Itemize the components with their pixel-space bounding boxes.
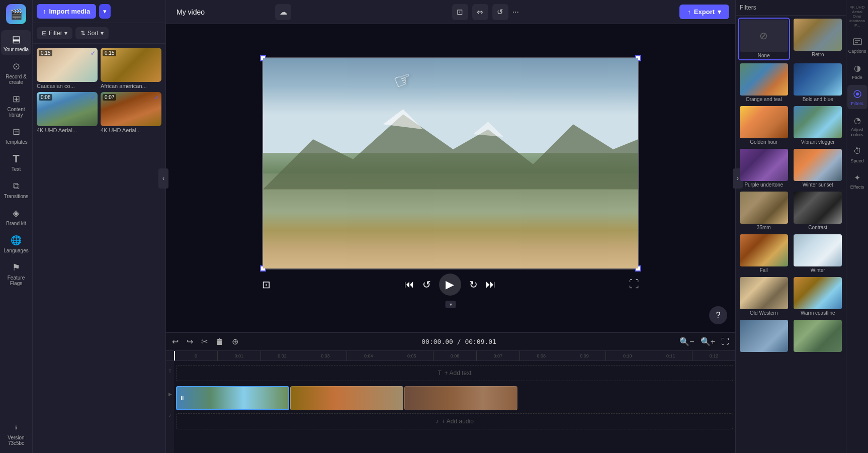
fit-timeline-button[interactable]: ⛶	[719, 335, 731, 348]
text-icon: T	[10, 153, 22, 165]
more-tools-button[interactable]: ···	[512, 8, 519, 17]
tool-effects[interactable]: ✦ Effects	[847, 168, 867, 193]
filter-label-fall: Fall	[760, 267, 768, 273]
video-clip-2[interactable]	[290, 386, 403, 410]
filter-none[interactable]: ⊘ None	[738, 18, 790, 60]
zoom-in-button[interactable]: 🔍+	[699, 335, 717, 348]
undo-button[interactable]: ↩	[170, 335, 181, 348]
media-thumb-aerial1[interactable]: 0:08 ✓	[37, 92, 98, 126]
filter-golden-hour[interactable]: Golden hour	[738, 105, 790, 146]
filter-extra2[interactable]	[792, 319, 844, 354]
filters-panel: Filters ⊘ None Retro Orange and teal Bol…	[735, 0, 846, 453]
filters-icon	[851, 88, 863, 100]
feature-flags-icon: ⚑	[10, 261, 22, 274]
filters-title: Filters	[740, 4, 756, 11]
filters-grid: ⊘ None Retro Orange and teal Bold and bl…	[736, 16, 846, 356]
filter-extra1[interactable]	[738, 319, 790, 354]
collapse-left-panel-button[interactable]: ‹	[158, 168, 168, 189]
video-frame[interactable]: ☞	[262, 57, 639, 269]
import-dropdown-button[interactable]: ▾	[99, 4, 111, 19]
sidebar-item-your-media[interactable]: ▤ Your media	[1, 30, 31, 55]
rotate-button[interactable]: ↺	[492, 4, 508, 20]
tool-fade[interactable]: ◑ Fade	[847, 59, 867, 83]
cut-button[interactable]: ✂	[199, 335, 210, 348]
tool-adjust-colors[interactable]: ◔ Adjust colors	[847, 111, 867, 140]
filter-fall[interactable]: Fall	[738, 233, 790, 274]
sort-button[interactable]: ⇅ Sort ▾	[75, 27, 109, 39]
sidebar-item-templates[interactable]: ⊟ Templates	[1, 123, 31, 148]
filter-35mm[interactable]: 35mm	[738, 191, 790, 231]
video-frame-container: 16:9	[262, 57, 639, 300]
play-pause-button[interactable]: ▶	[439, 274, 461, 296]
media-item-african[interactable]: 0:15 African american...	[101, 48, 161, 89]
media-thumb-african[interactable]: 0:15	[101, 48, 161, 82]
filter-contrast[interactable]: Contrast	[792, 191, 844, 231]
sidebar-item-languages[interactable]: 🌐 Languages	[1, 231, 31, 256]
ruler-mark-11: 0:11	[649, 351, 692, 360]
crop-button[interactable]: ⊡	[452, 4, 468, 20]
help-button[interactable]: ?	[709, 306, 727, 324]
filter-warm-coastline[interactable]: Warm coastline	[792, 276, 844, 317]
add-audio-button[interactable]: ♪ + Add audio	[176, 413, 733, 429]
tool-captions[interactable]: Captions	[847, 33, 867, 57]
sidebar-item-content-library[interactable]: ⊞ Content library	[1, 90, 31, 121]
sidebar-item-label: Your media	[4, 47, 29, 52]
filter-orange-teal[interactable]: Orange and teal	[738, 62, 790, 103]
filters-label: Filters	[851, 101, 863, 106]
filter-winter-sunset[interactable]: Winter sunset	[792, 148, 844, 189]
filter-label: Filter	[49, 30, 62, 37]
sidebar-item-label: Transitions	[4, 194, 29, 199]
tool-speed[interactable]: ⏱ Speed	[847, 142, 867, 166]
sidebar-item-feature-flags[interactable]: ⚑ Feature Flags	[1, 258, 31, 289]
skip-back-button[interactable]: ⏮	[404, 279, 414, 290]
media-item-aerial2[interactable]: 0:07 ✓ 4K UHD Aerial...	[101, 92, 161, 133]
fullscreen-button[interactable]: ⛶	[629, 279, 639, 290]
flip-button[interactable]: ⇔	[472, 4, 488, 20]
media-thumb-aerial2[interactable]: 0:07 ✓	[101, 92, 161, 126]
project-title-input[interactable]	[172, 6, 269, 19]
cloud-save-button[interactable]: ☁	[275, 4, 291, 20]
filter-bold-blue[interactable]: Bold and blue	[792, 62, 844, 103]
filter-winter[interactable]: Winter	[792, 233, 844, 274]
skip-forward-button[interactable]: ⏭	[486, 279, 496, 290]
ruler-mark-4: 0:04	[346, 351, 390, 360]
filter-retro[interactable]: Retro	[792, 18, 844, 60]
export-button[interactable]: ↑ Export ▾	[679, 5, 729, 19]
playhead-indicator[interactable]	[174, 351, 175, 360]
sidebar-item-text[interactable]: T Text	[1, 150, 31, 175]
zoom-out-button[interactable]: 🔍−	[677, 335, 696, 348]
rewind-5s-button[interactable]: ↺	[422, 279, 431, 291]
filter-purple[interactable]: Purple undertone	[738, 148, 790, 189]
filter-icon: ⊟	[42, 30, 47, 37]
filter-old-western[interactable]: Old Western	[738, 276, 790, 317]
tool-filters[interactable]: Filters	[847, 85, 867, 109]
forward-5s-button[interactable]: ↻	[469, 279, 478, 291]
sidebar-item-record-create[interactable]: ⊙ Record & create	[1, 57, 31, 88]
media-item-aerial1[interactable]: 0:08 ✓ 4K UHD Aerial...	[37, 92, 98, 133]
media-thumb-caucasian[interactable]: 0:15 ✓	[37, 48, 98, 82]
import-media-button[interactable]: ↑ Import media	[37, 4, 96, 19]
delete-button[interactable]: 🗑	[214, 335, 226, 348]
sort-label: Sort	[88, 30, 99, 37]
redo-button[interactable]: ↪	[185, 335, 195, 348]
ruler-mark-8: 0:08	[519, 351, 563, 360]
content-library-icon: ⊞	[10, 93, 22, 105]
caption-toggle-button[interactable]: ⊡	[262, 279, 271, 291]
right-tools-panel: 4K UHD Aerial Over Montana P... Captions…	[846, 0, 868, 453]
filter-label-winter: Winter	[811, 267, 825, 273]
timeline-tracks: T + Add text ⏸	[174, 361, 735, 453]
check-icon: ✓	[91, 94, 96, 101]
sidebar-item-brand-kit[interactable]: ◈ Brand kit	[1, 204, 31, 229]
media-item-caucasian[interactable]: 0:15 ✓ Caucasian co...	[37, 48, 98, 89]
filter-vibrant[interactable]: Vibrant vlogger	[792, 105, 844, 146]
video-clip-3[interactable]	[404, 386, 517, 410]
split-button[interactable]: ⊕	[230, 335, 240, 348]
add-text-button[interactable]: T + Add text	[176, 365, 733, 381]
filter-label-winter-sunset: Winter sunset	[803, 182, 833, 188]
add-audio-label: + Add audio	[442, 418, 474, 425]
filter-button[interactable]: ⊟ Filter ▾	[37, 27, 72, 39]
collapse-timeline-button[interactable]: ▾	[446, 301, 456, 308]
video-clip-1[interactable]: ⏸	[176, 386, 289, 410]
sidebar-item-transitions[interactable]: ⧉ Transitions	[1, 177, 31, 202]
media-label: African american...	[101, 83, 161, 89]
